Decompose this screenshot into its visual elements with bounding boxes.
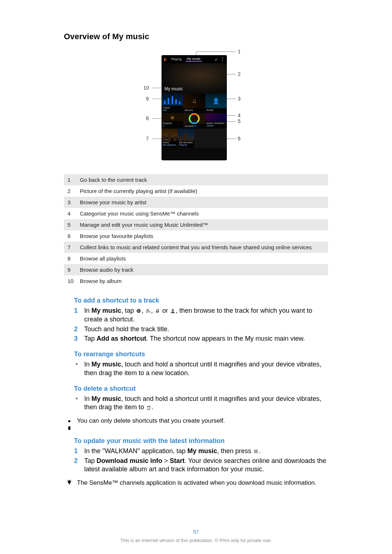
svg-point-3 — [156, 311, 157, 313]
page-title: Overview of My music — [64, 32, 328, 41]
tile-artists: 👤 Artists — [205, 94, 227, 113]
page-footer: 57 This is an Internet version of this p… — [0, 529, 392, 543]
legend-row: 4Categorise your music using SensMe™ cha… — [64, 208, 328, 219]
callout-9: 9 — [146, 96, 149, 102]
legend-table: 1Go back to the current track 2Picture o… — [64, 174, 328, 287]
note-tip: The SensMe™ channels application is acti… — [64, 479, 328, 487]
step: 2Touch and hold the track title. — [74, 325, 328, 334]
phone-hero: My music — [162, 63, 227, 94]
legend-row: 8Browse all playlists — [64, 253, 328, 264]
step: 2 Tap Download music info > Start. Your … — [74, 457, 328, 474]
step: 1 In the "WALKMAN" application, tap My m… — [74, 447, 328, 456]
phone-topbar: ◐ Playing My music ⌕ ⋮ — [162, 55, 227, 63]
album-icon — [136, 308, 142, 313]
callout-6: 6 — [238, 136, 241, 141]
task-title-update: To update your music with the latest inf… — [74, 437, 328, 445]
track-icon — [155, 308, 160, 313]
step: In My music, touch and hold a shortcut u… — [74, 395, 328, 412]
svg-rect-7 — [69, 483, 70, 484]
steps-add-shortcut: 1 In My music, tap , , or , then browse … — [64, 307, 328, 343]
note-text: You can only delete shortcuts that you c… — [77, 417, 225, 425]
callout-8: 8 — [146, 115, 149, 121]
task-title-rearrange: To rearrange shortcuts — [74, 350, 328, 358]
task-title-add-shortcut: To add a shortcut to a track — [74, 297, 328, 304]
steps-rearrange: In My music, touch and hold a shortcut u… — [64, 360, 328, 378]
important-icon — [65, 417, 73, 430]
tile-fav-2 — [211, 129, 227, 148]
task-title-delete: To delete a shortcut — [74, 385, 328, 393]
steps-update: 1 In the "WALKMAN" application, tap My m… — [64, 447, 328, 474]
more-icon: ⋮ — [220, 57, 225, 62]
tile-tracks: Tracks545 — [162, 94, 183, 113]
tab-mymusic: My music — [185, 57, 202, 62]
legend-row: 10Browse by album — [64, 275, 328, 287]
page-number: 57 — [0, 529, 392, 535]
legend-row: 6Browse your favourite playlists — [64, 230, 328, 242]
legend-row: 5Manage and edit your music using Music … — [64, 219, 328, 230]
artist-icon — [170, 308, 176, 313]
note-text: The SensMe™ channels application is acti… — [77, 479, 317, 487]
tile-sensme: SensMe™ channels — [183, 113, 205, 128]
step: In My music, touch and hold a shortcut u… — [74, 360, 328, 378]
callout-7: 7 — [146, 136, 149, 141]
tile-fav-1 — [194, 129, 211, 148]
svg-point-4 — [158, 311, 159, 313]
menu-icon — [253, 449, 259, 454]
tip-icon — [65, 479, 73, 485]
svg-point-6 — [68, 480, 71, 483]
tile-albums: ♫ Albums — [183, 94, 205, 113]
tile-unlimited: Music UnlimitedOnline — [205, 113, 227, 128]
legend-row: 1Go back to the current track — [64, 174, 328, 185]
legend-row: 3Browse your music by artist — [64, 197, 328, 208]
search-icon: ⌕ — [215, 57, 217, 62]
svg-point-5 — [172, 309, 174, 311]
svg-point-2 — [149, 311, 151, 313]
tile-friends-1: Friends' musicNico/pitchfo... — [162, 129, 177, 148]
footer-copyright: This is an Internet version of this publ… — [0, 538, 392, 543]
legend-row: 7Collect links to music and related cont… — [64, 242, 328, 253]
tile-friends-2: My favoritesPlaylist — [177, 129, 194, 148]
phone-mockup: ◐ Playing My music ⌕ ⋮ My music — [162, 55, 227, 160]
callout-4: 4 — [238, 112, 241, 118]
step: 3 Tap Add as shortcut. The shortcut now … — [74, 335, 328, 343]
legend-row: 9Browse audio by track — [64, 264, 328, 275]
legend-row: 2Picture of the currently playing artist… — [64, 185, 328, 197]
callout-10: 10 — [143, 85, 149, 91]
tile-playlists: ≣ Playlists4 — [162, 113, 183, 128]
walkman-icon: ◐ — [164, 57, 167, 62]
callout-3: 3 — [238, 96, 241, 102]
diagram: ◐ Playing My music ⌕ ⋮ My music — [64, 52, 328, 164]
steps-delete: In My music, touch and hold a shortcut u… — [64, 395, 328, 412]
step: 1 In My music, tap , , or , then browse … — [74, 307, 328, 324]
callout-2: 2 — [238, 71, 241, 77]
note-important: You can only delete shortcuts that you c… — [64, 417, 328, 430]
phone-hero-label: My music — [164, 86, 183, 91]
svg-point-1 — [138, 311, 139, 312]
playlist-icon — [145, 308, 151, 313]
trash-icon — [146, 405, 152, 410]
tab-playing: Playing — [170, 57, 183, 61]
callout-5: 5 — [238, 118, 241, 124]
callout-1: 1 — [238, 49, 241, 54]
